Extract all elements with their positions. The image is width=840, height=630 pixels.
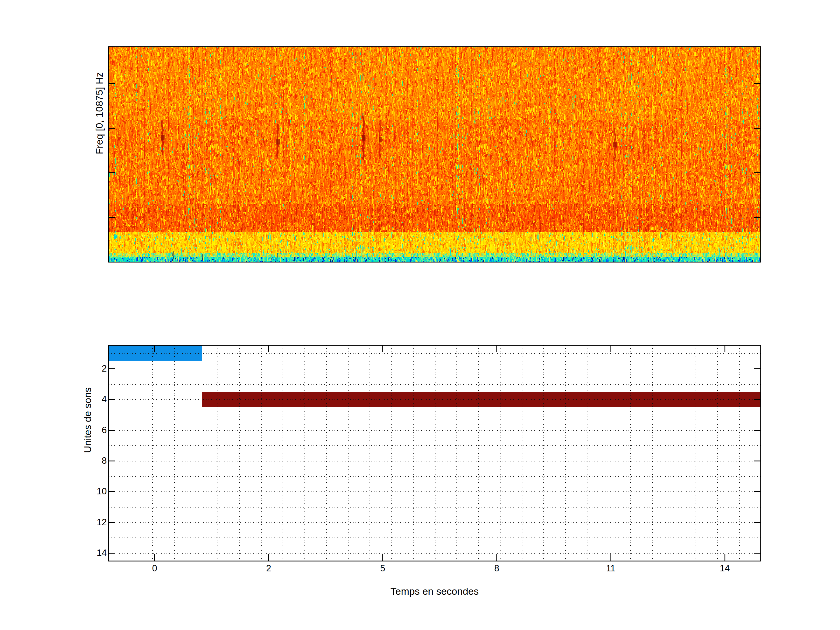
y-tick-label: 2 xyxy=(77,363,107,375)
grid-line-vertical xyxy=(283,346,283,561)
y-tick-label: 6 xyxy=(77,424,107,436)
grid-line-vertical xyxy=(674,346,674,561)
y-tick-left xyxy=(109,430,115,431)
x-tick-top xyxy=(154,346,155,352)
x-tick-top xyxy=(611,346,611,352)
x-tick-bottom xyxy=(382,554,383,561)
freq-tick-left xyxy=(109,172,115,173)
grid-line-vertical xyxy=(305,346,305,561)
grid-line-vertical xyxy=(218,346,218,561)
x-tick-top xyxy=(268,346,269,352)
grid-line-horizontal xyxy=(109,491,760,492)
x-tick-label: 0 xyxy=(152,563,157,574)
grid-line-vertical xyxy=(500,346,501,561)
y-tick-right xyxy=(754,461,760,461)
grid-line-vertical xyxy=(348,346,349,561)
grid-line-horizontal xyxy=(109,430,760,431)
grid-line-horizontal xyxy=(109,507,760,507)
spectrogram-image xyxy=(109,47,760,262)
grid-line-vertical xyxy=(456,346,457,561)
grid-line-vertical xyxy=(739,346,740,561)
grid-line-horizontal xyxy=(109,445,760,446)
grid-line-vertical xyxy=(565,346,566,561)
grid-line-vertical xyxy=(630,346,631,561)
y-tick-right xyxy=(754,399,760,400)
y-tick-right xyxy=(754,368,760,369)
freq-tick-left xyxy=(109,217,115,218)
x-tick-label: 11 xyxy=(606,563,616,574)
y-tick-right xyxy=(754,430,760,431)
freq-tick-right xyxy=(754,172,760,173)
timeline-xlabel: Temps en secondes xyxy=(390,586,478,597)
freq-tick-right xyxy=(754,217,760,218)
x-tick-label: 8 xyxy=(494,563,499,574)
grid-line-horizontal xyxy=(109,353,760,354)
grid-line-vertical xyxy=(478,346,479,561)
freq-tick-right xyxy=(754,83,760,84)
x-tick-label: 5 xyxy=(380,563,385,574)
grid-line-vertical xyxy=(543,346,544,561)
grid-line-vertical xyxy=(152,346,153,561)
grid-line-vertical xyxy=(326,346,327,561)
y-tick-label: 12 xyxy=(77,516,107,529)
grid-line-horizontal xyxy=(109,538,760,538)
grid-line-horizontal xyxy=(109,523,760,523)
grid-line-horizontal xyxy=(109,476,760,477)
x-tick-top xyxy=(496,346,497,352)
grid-line-horizontal xyxy=(109,399,760,400)
grid-line-horizontal xyxy=(109,415,760,415)
y-tick-left xyxy=(109,522,115,523)
grid-line-vertical xyxy=(392,346,392,561)
x-tick-label: 14 xyxy=(720,563,730,574)
y-tick-left xyxy=(109,491,115,492)
grid-line-vertical xyxy=(261,346,262,561)
grid-line-vertical xyxy=(174,346,175,561)
grid-line-vertical xyxy=(239,346,240,561)
grid-line-vertical xyxy=(717,346,718,561)
x-tick-bottom xyxy=(611,554,611,561)
y-tick-left xyxy=(109,368,115,369)
grid-line-vertical xyxy=(413,346,414,561)
matlab-figure: Freq [0, 10875] Hz Unites de sons Temps … xyxy=(0,0,840,630)
grid-line-vertical xyxy=(609,346,609,561)
grid-line-vertical xyxy=(587,346,587,561)
grid-line-vertical xyxy=(696,346,696,561)
grid-line-vertical xyxy=(652,346,653,561)
x-tick-bottom xyxy=(496,554,497,561)
y-tick-left xyxy=(109,461,115,461)
x-tick-bottom xyxy=(725,554,725,561)
freq-tick-right xyxy=(754,128,760,129)
grid-line-vertical xyxy=(131,346,131,561)
x-tick-top xyxy=(382,346,383,352)
y-tick-label: 8 xyxy=(77,455,107,467)
freq-tick-left xyxy=(109,83,115,84)
y-tick-label: 14 xyxy=(77,547,107,559)
freq-tick-left xyxy=(109,128,115,129)
grid-line-vertical xyxy=(196,346,196,561)
y-tick-label: 10 xyxy=(77,485,107,497)
x-tick-label: 2 xyxy=(266,563,271,574)
grid-line-horizontal xyxy=(109,369,760,369)
y-tick-right xyxy=(754,491,760,492)
x-tick-bottom xyxy=(268,554,269,561)
grid-line-vertical xyxy=(522,346,523,561)
y-tick-left xyxy=(109,399,115,400)
grid-line-horizontal xyxy=(109,553,760,554)
x-tick-top xyxy=(725,346,725,352)
grid-line-vertical xyxy=(435,346,436,561)
y-tick-right xyxy=(754,522,760,523)
y-tick-right xyxy=(754,553,760,554)
y-tick-left xyxy=(109,553,115,554)
x-tick-bottom xyxy=(154,554,155,561)
grid-line-horizontal xyxy=(109,461,760,461)
grid-line-vertical xyxy=(369,346,370,561)
grid-line-horizontal xyxy=(109,384,760,385)
y-tick-label: 4 xyxy=(77,393,107,406)
